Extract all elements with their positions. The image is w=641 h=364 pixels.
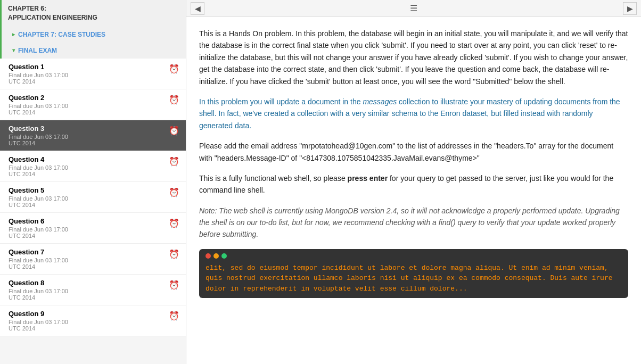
question-item-7[interactable]: Question 7Final due Jun 03 17:00UTC 2014… bbox=[0, 244, 186, 275]
clock-icon-3: ⏰ bbox=[169, 126, 179, 136]
question-title-1: Question 1 bbox=[9, 63, 169, 71]
question-due-9: Final due Jun 03 17:00UTC 2014 bbox=[9, 319, 169, 332]
question-due-1: Final due Jun 03 17:00UTC 2014 bbox=[9, 72, 169, 85]
question-due-7: Final due Jun 03 17:00UTC 2014 bbox=[9, 257, 169, 270]
clock-icon-1: ⏰ bbox=[169, 64, 179, 74]
question-item-2[interactable]: Question 2Final due Jun 03 17:00UTC 2014… bbox=[0, 89, 186, 120]
shell-dots bbox=[206, 253, 622, 259]
question-item-5[interactable]: Question 5Final due Jun 03 17:00UTC 2014… bbox=[0, 182, 186, 213]
chapter7-header[interactable]: CHAPTER 7: CASE STUDIES bbox=[0, 27, 186, 43]
question-list: Question 1Final due Jun 03 17:00UTC 2014… bbox=[0, 59, 186, 336]
question-item-3[interactable]: Question 3Final due Jun 03 17:00UTC 2014… bbox=[0, 120, 186, 151]
chapter6-header: CHAPTER 6: APPLICATION ENGINEERING bbox=[0, 0, 186, 27]
question-title-2: Question 2 bbox=[9, 94, 169, 102]
shell-text[interactable]: elit, sed do eiusmod tempor incididunt u… bbox=[206, 263, 622, 294]
question-due-2: Final due Jun 03 17:00UTC 2014 bbox=[9, 103, 169, 115]
question-due-8: Final due Jun 03 17:00UTC 2014 bbox=[9, 288, 169, 301]
dot-green bbox=[221, 253, 227, 259]
question-due-4: Final due Jun 03 17:00UTC 2014 bbox=[9, 164, 169, 177]
question-item-9[interactable]: Question 9Final due Jun 03 17:00UTC 2014… bbox=[0, 305, 186, 336]
question-title-3: Question 3 bbox=[9, 125, 169, 133]
paragraph5: Note: The web shell is currently using M… bbox=[199, 205, 628, 241]
clock-icon-5: ⏰ bbox=[169, 187, 179, 197]
dot-red bbox=[206, 253, 211, 259]
prev-button[interactable]: ◀ bbox=[191, 2, 204, 15]
sidebar: CHAPTER 6: APPLICATION ENGINEERING CHAPT… bbox=[0, 0, 186, 364]
clock-icon-7: ⏰ bbox=[169, 249, 179, 259]
nav-center: ☰ bbox=[204, 3, 623, 13]
question-title-9: Question 9 bbox=[9, 310, 169, 318]
chapter6-line1: CHAPTER 6: bbox=[8, 5, 46, 12]
clock-icon-6: ⏰ bbox=[169, 218, 179, 228]
paragraph2: In this problem you will update a docume… bbox=[199, 96, 628, 131]
final-exam-header[interactable]: FINAL EXAM bbox=[0, 43, 186, 59]
question-item-6[interactable]: Question 6Final due Jun 03 17:00UTC 2014… bbox=[0, 213, 186, 244]
question-due-5: Final due Jun 03 17:00UTC 2014 bbox=[9, 195, 169, 208]
chapter6-line2: APPLICATION ENGINEERING bbox=[8, 14, 97, 21]
press-enter-bold: press enter bbox=[348, 174, 388, 183]
clock-icon-9: ⏰ bbox=[169, 311, 179, 321]
question-item-4[interactable]: Question 4Final due Jun 03 17:00UTC 2014… bbox=[0, 151, 186, 182]
question-item-8[interactable]: Question 8Final due Jun 03 17:00UTC 2014… bbox=[0, 275, 186, 305]
question-title-8: Question 8 bbox=[9, 279, 169, 287]
nav-bar: ◀ ☰ ▶ bbox=[186, 0, 641, 17]
italic-messages: messages bbox=[363, 97, 397, 106]
clock-icon-8: ⏰ bbox=[169, 280, 179, 290]
final-exam-label: FINAL EXAM bbox=[18, 47, 57, 54]
clock-icon-2: ⏰ bbox=[169, 95, 179, 105]
question-due-6: Final due Jun 03 17:00UTC 2014 bbox=[9, 226, 169, 239]
chapter7-label: CHAPTER 7: CASE STUDIES bbox=[18, 31, 105, 38]
question-title-7: Question 7 bbox=[9, 248, 169, 256]
paragraph3: Please add the email address "mrpotatohe… bbox=[199, 140, 628, 164]
question-title-6: Question 6 bbox=[9, 217, 169, 225]
question-due-3: Final due Jun 03 17:00UTC 2014 bbox=[9, 134, 169, 146]
shell-container: elit, sed do eiusmod tempor incididunt u… bbox=[199, 249, 628, 299]
paragraph4: This is a fully functional web shell, so… bbox=[199, 172, 628, 196]
paragraph1: This is a Hands On problem. In this prob… bbox=[199, 28, 628, 87]
dot-yellow bbox=[213, 253, 219, 259]
clock-icon-4: ⏰ bbox=[169, 156, 179, 167]
next-button[interactable]: ▶ bbox=[623, 2, 637, 15]
question-item-1[interactable]: Question 1Final due Jun 03 17:00UTC 2014… bbox=[0, 59, 186, 89]
question-title-5: Question 5 bbox=[9, 186, 169, 194]
main-content: ◀ ☰ ▶ This is a Hands On problem. In thi… bbox=[186, 0, 641, 364]
toc-icon[interactable]: ☰ bbox=[410, 3, 417, 13]
content-body: This is a Hands On problem. In this prob… bbox=[186, 17, 641, 364]
question-title-4: Question 4 bbox=[9, 155, 169, 163]
